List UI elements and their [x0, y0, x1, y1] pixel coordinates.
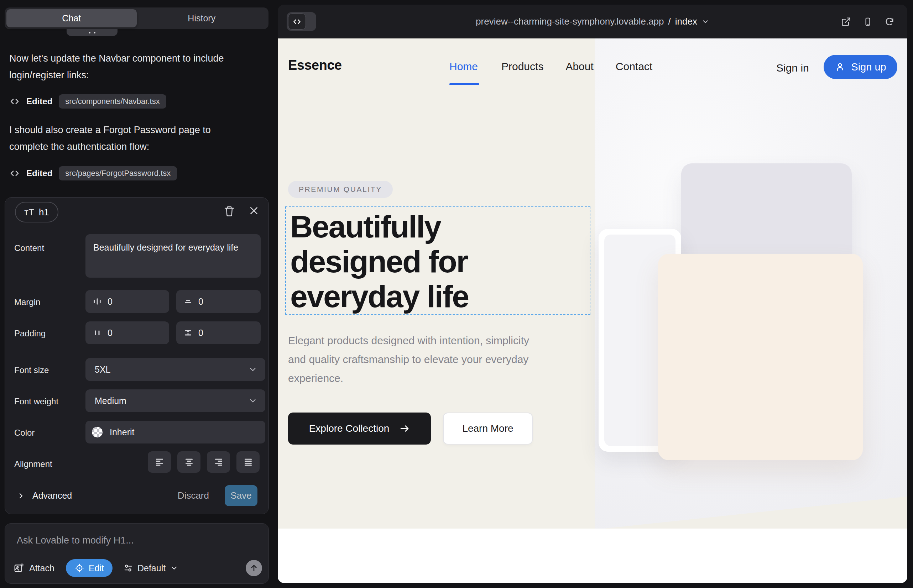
nav-link-about[interactable]: About: [565, 60, 593, 85]
font-size-select[interactable]: 5XL: [86, 358, 265, 381]
margin-x-value: 0: [108, 297, 113, 307]
tab-history[interactable]: History: [137, 9, 267, 27]
alignment-group: [148, 451, 260, 473]
active-underline: [449, 83, 479, 85]
margin-horizontal-icon: [92, 297, 102, 306]
margin-vertical-icon: [183, 297, 193, 306]
clipped-chip[interactable]: [66, 29, 118, 36]
chat-message: I should also create a Forgot Password p…: [9, 122, 248, 155]
browser-toolbar: preview--charming-site-symphony.lovable.…: [278, 5, 907, 39]
padding-horizontal-icon: [92, 328, 102, 338]
learn-more-button[interactable]: Learn More: [443, 412, 533, 444]
sign-up-label: Sign up: [851, 61, 886, 73]
file-chip[interactable]: src/components/Navbar.tsx: [59, 94, 166, 108]
mobile-view-icon[interactable]: [863, 16, 873, 27]
send-button[interactable]: [246, 560, 262, 576]
padding-y-value: 0: [198, 328, 203, 338]
url-path: index: [675, 16, 697, 27]
site-logo[interactable]: Essence: [288, 58, 342, 73]
nav-link-contact[interactable]: Contact: [616, 60, 652, 85]
lovable-app-window: Chat History Now let's update the Navbar…: [0, 0, 913, 588]
code-view-toggle[interactable]: [287, 12, 316, 31]
color-value: Inherit: [110, 427, 134, 438]
element-tag: h1: [39, 207, 49, 218]
edited-label: Edited: [26, 168, 52, 178]
nav-home-label: Home: [449, 60, 478, 72]
sliders-icon: [123, 563, 133, 573]
site-navbar: Essence Home Products About Contact Sign…: [278, 39, 907, 117]
padding-y-input[interactable]: 0: [176, 321, 261, 344]
arrow-right-icon: [399, 423, 410, 434]
nav-link-products[interactable]: Products: [501, 60, 543, 85]
chevron-down-icon: [170, 564, 178, 572]
premium-quality-badge: PREMIUM QUALITY: [288, 181, 393, 198]
edited-file-row: Edited src/components/Navbar.tsx: [9, 93, 166, 109]
sign-in-link[interactable]: Sign in: [776, 62, 809, 74]
code-icon: [9, 168, 20, 179]
margin-x-input[interactable]: 0: [86, 290, 169, 313]
color-swatch: [92, 427, 102, 438]
font-weight-select[interactable]: Medium: [86, 389, 265, 412]
align-center-button[interactable]: [177, 451, 201, 473]
decor-rectangle-cream: [658, 254, 863, 460]
nav-link-home[interactable]: Home: [449, 60, 479, 85]
hero-description: Elegant products designed with intention…: [288, 331, 534, 388]
save-button[interactable]: Save: [225, 485, 257, 506]
font-weight-value: Medium: [95, 396, 126, 406]
default-label: Default: [138, 563, 165, 573]
align-justify-button[interactable]: [236, 451, 260, 473]
explore-collection-button[interactable]: Explore Collection: [288, 412, 431, 444]
prompt-composer: Ask Lovable to modify H1... Attach Edit …: [5, 523, 269, 584]
margin-y-input[interactable]: 0: [176, 290, 261, 313]
sign-up-button[interactable]: Sign up: [824, 55, 897, 79]
url-host: preview--charming-site-symphony.lovable.…: [476, 16, 664, 27]
advanced-toggle[interactable]: Advanced: [17, 491, 72, 501]
edit-mode-button[interactable]: Edit: [66, 559, 113, 577]
color-select[interactable]: Inherit: [86, 421, 265, 444]
arrow-up-icon: [249, 564, 259, 573]
attach-button[interactable]: Attach: [13, 563, 55, 573]
edited-file-row: Edited src/pages/ForgotPassword.tsx: [9, 165, 177, 181]
selected-element-pill: тT h1: [15, 202, 58, 223]
content-input[interactable]: Beautifully designed for everyday life: [86, 234, 261, 278]
chevron-down-icon: [248, 365, 257, 374]
file-chip[interactable]: src/pages/ForgotPassword.tsx: [59, 166, 177, 181]
url-bar[interactable]: preview--charming-site-symphony.lovable.…: [476, 5, 709, 39]
image-plus-icon: [13, 563, 24, 573]
chevron-down-icon: [701, 18, 709, 26]
padding-vertical-icon: [183, 328, 193, 338]
attach-label: Attach: [29, 563, 55, 573]
content-label: Content: [14, 243, 44, 253]
advanced-label: Advanced: [32, 491, 72, 501]
padding-x-input[interactable]: 0: [86, 321, 169, 344]
tab-chat[interactable]: Chat: [6, 9, 137, 27]
open-external-icon[interactable]: [841, 17, 851, 27]
user-icon: [835, 61, 845, 72]
font-weight-label: Font weight: [14, 396, 58, 407]
align-right-button[interactable]: [207, 451, 230, 473]
hero-heading[interactable]: Beautifully designed for everyday life: [290, 209, 568, 314]
refresh-icon[interactable]: [884, 17, 895, 27]
type-icon: тT: [24, 207, 34, 218]
alignment-label: Alignment: [14, 459, 52, 469]
selected-element-outline: Beautifully designed for everyday life: [285, 207, 590, 315]
site-viewport: Essence Home Products About Contact Sign…: [278, 39, 907, 583]
preview-browser-frame: preview--charming-site-symphony.lovable.…: [278, 5, 907, 583]
chat-message: Now let's update the Navbar component to…: [9, 50, 248, 84]
close-icon[interactable]: [249, 205, 259, 217]
delete-element-icon[interactable]: [223, 205, 235, 217]
chat-history-tabs: Chat History: [5, 8, 269, 29]
crosshair-icon: [74, 563, 84, 573]
padding-x-value: 0: [108, 328, 113, 338]
discard-button[interactable]: Discard: [178, 490, 209, 501]
font-size-value: 5XL: [95, 365, 110, 375]
align-left-button[interactable]: [148, 451, 171, 473]
prompt-input[interactable]: Ask Lovable to modify H1...: [17, 535, 134, 546]
url-separator: /: [669, 16, 671, 27]
model-default-select[interactable]: Default: [123, 563, 178, 573]
margin-y-value: 0: [198, 297, 203, 307]
edited-label: Edited: [26, 97, 52, 107]
element-editor-panel: тT h1 Content Beautifully designed for e…: [5, 197, 269, 514]
explore-collection-label: Explore Collection: [309, 423, 390, 434]
padding-label: Padding: [14, 328, 45, 339]
